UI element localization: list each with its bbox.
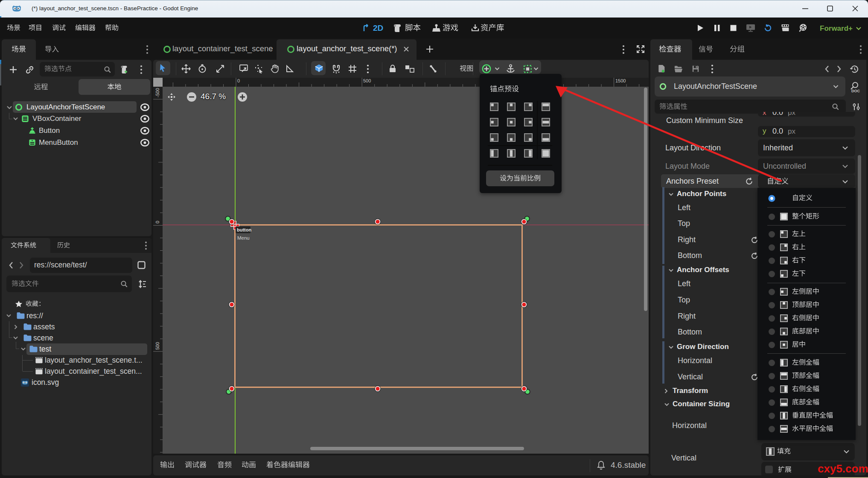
svg-text:DOC: DOC [851,89,860,93]
svg-text:0: 0 [155,221,160,223]
svg-text:-500: -500 [155,88,160,97]
svg-text:500: 500 [155,342,160,350]
svg-text:0: 0 [237,78,240,83]
svg-text:500: 500 [363,78,371,83]
